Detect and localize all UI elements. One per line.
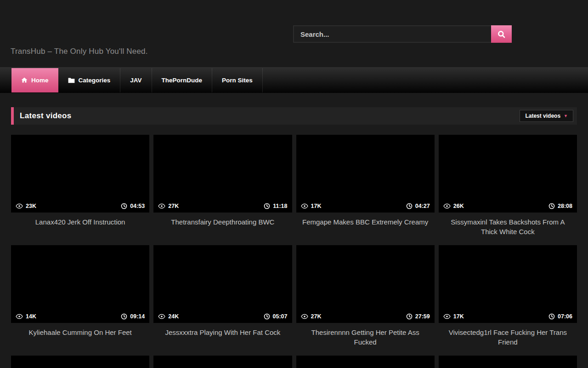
duration-icon <box>548 203 555 209</box>
search-form <box>293 25 512 43</box>
section-header: Latest videos Latest videos ▼ <box>11 107 577 125</box>
video-stats: 26K 28:08 <box>439 200 577 213</box>
view-count: 17K <box>311 203 322 209</box>
chevron-down-icon: ▼ <box>564 114 568 118</box>
main-nav: Home Categories JAV ThePornDude Porn Sit… <box>0 67 588 93</box>
nav-tab-label: Porn Sites <box>222 77 253 84</box>
nav-tab-label: Home <box>31 77 49 84</box>
section-title: Latest videos <box>20 111 72 121</box>
video-thumbnail: 23K 04:53 <box>11 135 149 213</box>
video-stats: 27K 27:59 <box>296 310 435 323</box>
nav-tab-categories[interactable]: Categories <box>58 68 121 92</box>
view-count: 27K <box>311 313 322 320</box>
view-count-group: 24K <box>158 313 179 320</box>
video-title: Thetransfairy Deepthroating BWC <box>153 213 292 245</box>
video-stats: 27K 11:18 <box>153 200 292 213</box>
video-thumbnail: 27K 27:59 <box>296 245 435 323</box>
duration: 11:18 <box>273 203 287 209</box>
search-button[interactable] <box>491 25 512 43</box>
video-title: Kyliehaale Cumming On Her Feet <box>11 323 149 356</box>
duration-icon <box>264 313 270 320</box>
video-card[interactable]: 24K 05:07 Jessxxxtra Playing With Her Fa… <box>153 245 292 356</box>
video-thumbnail: 17K 04:27 <box>296 135 435 213</box>
view-count: 23K <box>26 203 36 209</box>
duration: 07:06 <box>558 313 572 320</box>
duration-icon <box>121 313 127 320</box>
video-thumbnail <box>296 356 435 368</box>
video-card[interactable]: 27K 27:59 Thesirennnn Getting Her Petite… <box>296 245 435 356</box>
duration: 27:59 <box>415 313 430 320</box>
folder-icon <box>68 77 75 83</box>
nav-tab-label: ThePornDude <box>162 77 203 84</box>
video-thumbnail: 27K 11:18 <box>153 135 292 213</box>
search-icon <box>497 30 506 39</box>
view-count-group: 17K <box>301 203 322 209</box>
views-icon <box>301 203 308 209</box>
video-thumbnail <box>439 356 577 368</box>
duration: 28:08 <box>558 203 572 209</box>
home-icon <box>21 77 28 83</box>
nav-tab-porn-sites[interactable]: Porn Sites <box>212 68 263 92</box>
duration-group: 04:53 <box>121 203 145 209</box>
views-icon <box>16 314 23 319</box>
video-stats: 17K 07:06 <box>439 310 577 323</box>
views-icon <box>443 314 451 319</box>
page: TransHub – The Only Hub You'll Need. Hom… <box>0 0 588 368</box>
duration-icon <box>548 313 555 320</box>
nav-tab-theporndude[interactable]: ThePornDude <box>152 68 213 92</box>
video-stats: 23K 04:53 <box>11 200 149 213</box>
video-card[interactable]: 27K 11:18 Thetransfairy Deepthroating BW… <box>153 135 292 245</box>
video-title: Jessxxxtra Playing With Her Fat Cock <box>153 323 292 356</box>
duration-icon <box>121 203 127 209</box>
duration: 09:14 <box>130 313 145 320</box>
video-card[interactable] <box>11 356 149 368</box>
duration-group: 09:14 <box>121 313 145 320</box>
view-count: 14K <box>26 313 36 320</box>
sort-dropdown-label: Latest videos <box>525 113 560 119</box>
video-thumbnail <box>153 356 292 368</box>
duration-icon <box>406 313 413 320</box>
search-input[interactable] <box>293 25 491 43</box>
video-stats: 24K 05:07 <box>153 310 292 323</box>
duration-icon <box>264 203 270 209</box>
video-stats: 14K 09:14 <box>11 310 149 323</box>
view-count-group: 14K <box>16 313 36 320</box>
video-card[interactable] <box>153 356 292 368</box>
video-card[interactable] <box>439 356 577 368</box>
views-icon <box>16 203 23 209</box>
duration-group: 28:08 <box>548 203 572 209</box>
video-thumbnail: 14K 09:14 <box>11 245 149 323</box>
duration: 05:07 <box>273 313 288 320</box>
video-thumbnail <box>11 356 149 368</box>
video-card[interactable] <box>296 356 435 368</box>
video-thumbnail: 17K 07:06 <box>439 245 577 323</box>
view-count: 26K <box>453 203 464 209</box>
video-title: Sissymaxinl Takes Backshots From A Thick… <box>439 213 577 245</box>
video-card[interactable]: 23K 04:53 Lanax420 Jerk Off Instruction <box>11 135 149 245</box>
main-content: Latest videos Latest videos ▼ 23K <box>11 107 577 368</box>
video-card[interactable]: 17K 07:06 Vivisectedg1rl Face Fucking He… <box>439 245 577 356</box>
duration: 04:53 <box>130 203 145 209</box>
site-tagline: TransHub – The Only Hub You'll Need. <box>11 47 148 56</box>
duration-icon <box>406 203 413 209</box>
nav-tab-jav[interactable]: JAV <box>120 68 152 92</box>
views-icon <box>443 203 451 209</box>
video-card[interactable]: 14K 09:14 Kyliehaale Cumming On Her Feet <box>11 245 149 356</box>
view-count-group: 27K <box>158 203 179 209</box>
video-card[interactable]: 17K 04:27 Femgape Makes BBC Extremely Cr… <box>296 135 435 245</box>
video-title: Vivisectedg1rl Face Fucking Her Trans Fr… <box>439 323 577 356</box>
view-count: 27K <box>168 203 179 209</box>
nav-tab-home[interactable]: Home <box>11 68 58 92</box>
duration-group: 27:59 <box>406 313 430 320</box>
video-grid: 23K 04:53 Lanax420 Jerk Off Instruction <box>11 135 577 368</box>
duration-group: 04:27 <box>406 203 430 209</box>
video-thumbnail: 24K 05:07 <box>153 245 292 323</box>
view-count: 24K <box>168 313 179 320</box>
sort-dropdown[interactable]: Latest videos ▼ <box>520 110 573 122</box>
video-title: Femgape Makes BBC Extremely Creamy <box>296 213 435 245</box>
video-card[interactable]: 26K 28:08 Sissymaxinl Takes Backshots Fr… <box>439 135 577 245</box>
duration-group: 07:06 <box>548 313 572 320</box>
view-count-group: 23K <box>16 203 36 209</box>
view-count-group: 17K <box>443 313 464 320</box>
video-title: Thesirennnn Getting Her Petite Ass Fucke… <box>296 323 435 356</box>
